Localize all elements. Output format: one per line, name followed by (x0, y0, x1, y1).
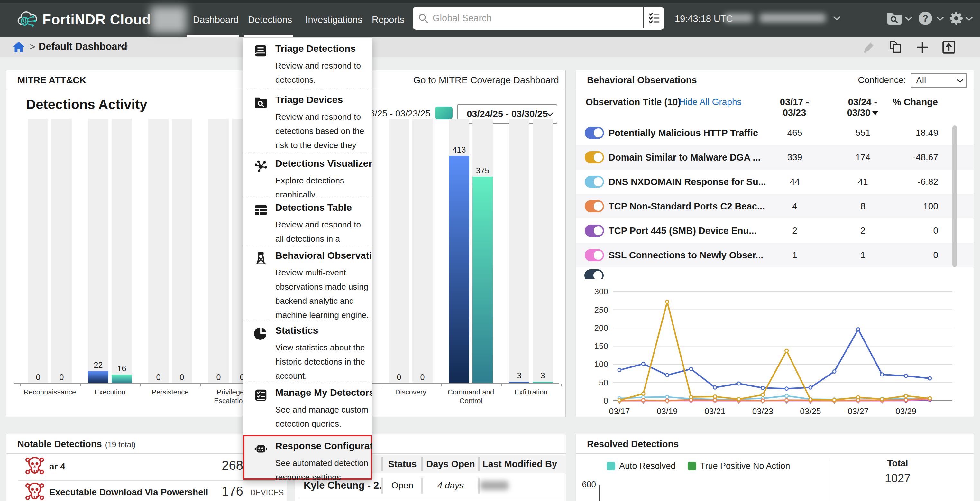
data-point[interactable] (904, 374, 908, 377)
copy-dashboard-icon[interactable] (888, 40, 902, 54)
home-icon[interactable] (12, 41, 25, 53)
gear-chevron-icon[interactable] (966, 17, 973, 21)
nav-item-detections[interactable]: Detections (248, 0, 290, 37)
days-open-column-header[interactable]: Days Open (425, 455, 477, 473)
data-point[interactable] (618, 399, 621, 402)
data-point[interactable] (856, 396, 860, 399)
data-point[interactable] (881, 373, 884, 376)
data-point[interactable] (665, 399, 669, 402)
data-point[interactable] (809, 386, 812, 389)
data-point[interactable] (761, 393, 764, 396)
observation-toggle[interactable] (585, 127, 604, 139)
data-point[interactable] (713, 386, 717, 389)
detection-bar[interactable] (88, 371, 108, 383)
data-point[interactable] (785, 394, 788, 397)
hide-all-graphs-link[interactable]: Hide All Graphs (679, 97, 742, 107)
data-point[interactable] (904, 398, 908, 402)
detection-bar[interactable] (449, 156, 469, 383)
menu-item-response-configuration[interactable]: Response ConfigurationSee automated dete… (243, 435, 372, 480)
observation-row[interactable]: DNS NXDOMAIN Response for Su...4441-6.82 (576, 169, 974, 194)
menu-item-triage-detections[interactable]: Triage DetectionsReview and respond to d… (243, 38, 372, 89)
folder-search-icon[interactable] (886, 11, 902, 25)
data-point[interactable] (809, 398, 812, 401)
observation-toggle[interactable] (585, 249, 604, 261)
data-point[interactable] (642, 392, 645, 396)
search-input[interactable] (432, 9, 620, 27)
export-dashboard-icon[interactable] (942, 40, 956, 54)
data-point[interactable] (928, 377, 931, 380)
y-axis-tick-600: 600 (579, 479, 596, 490)
folder-search-chevron-icon[interactable] (905, 17, 912, 21)
observation-toggle[interactable] (585, 176, 604, 188)
data-point[interactable] (665, 300, 669, 303)
observation-toggle[interactable] (585, 200, 604, 212)
data-point[interactable] (833, 370, 836, 373)
bar-track (51, 119, 72, 383)
gear-icon[interactable] (949, 11, 964, 26)
menu-item-detections-visualizer[interactable]: Detections VisualizerExplore detections … (243, 153, 372, 196)
detection-bar[interactable] (111, 375, 132, 383)
data-point[interactable] (713, 399, 717, 402)
data-point[interactable] (690, 396, 693, 399)
status-column-header[interactable]: Status (385, 455, 420, 473)
nav-item-investigations[interactable]: Investigations (304, 0, 364, 37)
data-point[interactable] (737, 382, 740, 385)
prev-week-column-header[interactable]: 03/17 - 03/23 (767, 97, 822, 118)
data-point[interactable] (785, 349, 788, 353)
true-positive-swatch[interactable] (688, 462, 696, 471)
data-point[interactable] (690, 367, 693, 371)
data-point[interactable] (713, 395, 717, 398)
nav-item-reports[interactable]: Reports (372, 0, 400, 37)
observation-row[interactable]: Potentially Malicious HTTP Traffic465551… (576, 121, 974, 145)
observation-row[interactable]: TCP Non-Standard Ports C2 Beac...48100 (576, 194, 974, 219)
menu-item-statistics[interactable]: StatisticsView statistics about the hist… (243, 319, 372, 381)
data-point[interactable] (904, 394, 908, 397)
data-point[interactable] (881, 397, 884, 400)
percent-change-column-header[interactable]: % Change (885, 97, 938, 107)
account-chevron-down-icon[interactable] (833, 16, 841, 21)
observation-row[interactable]: SSL Connections to Newly Obser...110 (576, 243, 974, 267)
observation-row[interactable]: Domain Similar to Malware DGA ...339174-… (576, 145, 974, 169)
resolved-detections-panel: Resolved Detections Auto Resolved True P… (576, 434, 974, 501)
edit-pencil-icon[interactable] (862, 41, 875, 54)
observations-scrollbar[interactable] (952, 126, 957, 267)
data-point[interactable] (665, 373, 669, 377)
add-widget-icon[interactable] (915, 40, 929, 54)
data-point[interactable] (642, 399, 645, 402)
data-point[interactable] (928, 397, 931, 400)
data-point[interactable] (642, 362, 645, 365)
auto-resolved-swatch[interactable] (606, 462, 615, 471)
global-search (413, 7, 664, 30)
redacted-account-name[interactable] (760, 13, 826, 22)
data-point[interactable] (665, 396, 669, 399)
panel-divider (829, 458, 829, 501)
breadcrumb[interactable]: Default Dashboard (38, 41, 127, 53)
data-point[interactable] (737, 397, 740, 400)
menu-item-manage-my-detectors[interactable]: Manage My DetectorsSee and manage custom… (243, 381, 372, 435)
observation-toggle[interactable] (585, 151, 604, 163)
data-point[interactable] (618, 369, 621, 372)
nav-item-dashboard[interactable]: Dashboard (193, 0, 234, 37)
data-point[interactable] (856, 328, 860, 331)
behavioral-observations-panel: Behavioral Observations Confidence: All … (576, 70, 974, 417)
search-filter-button[interactable] (643, 7, 664, 28)
data-point[interactable] (833, 398, 836, 402)
help-chevron-icon[interactable] (937, 17, 943, 21)
data-point[interactable] (761, 399, 764, 402)
confidence-select[interactable]: All (911, 73, 967, 88)
detection-bar[interactable] (473, 177, 493, 383)
bar-track (111, 119, 132, 383)
data-point[interactable] (785, 399, 788, 402)
data-point[interactable] (785, 387, 788, 390)
observation-toggle[interactable] (585, 225, 604, 237)
dashboard-chevron-down-icon[interactable] (119, 45, 128, 50)
observation-toggle[interactable] (584, 269, 604, 279)
help-icon[interactable] (919, 11, 932, 25)
menu-item-triage-devices[interactable]: Triage DevicesReview and respond to dete… (243, 89, 372, 153)
menu-item-behavioral-observations[interactable]: Behavioral ObservationsReview multi-even… (243, 244, 372, 319)
last-modified-column-header[interactable]: Last Modified By (482, 455, 563, 473)
curr-week-column-header[interactable]: 03/24 - 03/30 (835, 97, 890, 118)
observation-row[interactable]: TCP Port 445 (SMB) Device Enu...220 (576, 219, 974, 243)
menu-item-detections-table[interactable]: Detections TableReview and respond to al… (243, 196, 372, 244)
data-point[interactable] (761, 386, 764, 389)
